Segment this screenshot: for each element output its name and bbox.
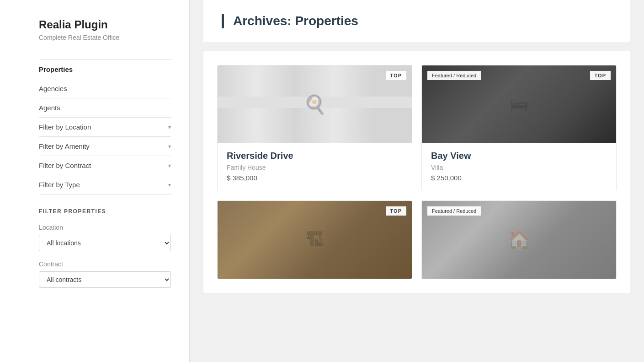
badge-top-0: TOP <box>386 71 406 80</box>
sidebar-nav: PropertiesAgenciesAgentsFilter by Locati… <box>39 59 171 195</box>
contract-select[interactable]: All contractsFor SaleFor RentShort Term <box>39 271 171 288</box>
sidebar-nav-label-6: Filter by Type <box>39 181 80 189</box>
location-select[interactable]: All locationsNew YorkLos AngelesChicagoM… <box>39 235 171 251</box>
property-info-0: Riverside DriveFamily House$ 385,000 <box>218 143 412 191</box>
property-image-3: Featured / Reduced <box>422 201 616 279</box>
property-image-2: TOP <box>218 201 412 279</box>
location-label: Location <box>39 224 171 231</box>
sidebar-nav-item-4[interactable]: Filter by Amenity▾ <box>39 137 171 156</box>
page-header: Archives: Properties <box>203 0 630 42</box>
sidebar-nav-item-1[interactable]: Agencies <box>39 79 171 98</box>
chevron-down-icon: ▾ <box>168 162 171 169</box>
badge-featured-1: Featured / Reduced <box>427 71 481 80</box>
sidebar-nav-item-6[interactable]: Filter by Type▾ <box>39 175 171 195</box>
sidebar-nav-label-4: Filter by Amenity <box>39 142 90 150</box>
properties-container: TOPRiverside DriveFamily House$ 385,000F… <box>203 51 630 293</box>
property-card-2[interactable]: TOP <box>217 200 412 279</box>
sidebar-nav-label-5: Filter by Contract <box>39 162 91 169</box>
header-bar <box>222 14 224 28</box>
sidebar: Realia Plugin Complete Real Estate Offic… <box>0 0 190 362</box>
filter-properties-section: FILTER PROPERTIES Location All locations… <box>39 208 171 297</box>
property-card-1[interactable]: Featured / ReducedTOPBay ViewVilla$ 250,… <box>421 65 617 191</box>
chevron-down-icon: ▾ <box>168 143 171 150</box>
sidebar-nav-item-2[interactable]: Agents <box>39 98 171 118</box>
property-image-0: TOP <box>218 65 412 143</box>
sidebar-nav-label-3: Filter by Location <box>39 123 91 131</box>
contract-label: Contract <box>39 260 171 268</box>
page-title-prefix: Archives: <box>233 14 295 28</box>
page-title-main: Properties <box>295 14 358 28</box>
property-name-0: Riverside Drive <box>227 151 403 161</box>
property-price-0: $ 385,000 <box>227 174 403 182</box>
badge-top-1: TOP <box>590 71 611 80</box>
site-title: Realia Plugin <box>39 18 171 31</box>
badge-top-2: TOP <box>386 206 406 216</box>
chevron-down-icon: ▾ <box>168 182 171 188</box>
badge-featured-3: Featured / Reduced <box>427 206 481 216</box>
property-card-3[interactable]: Featured / Reduced <box>421 200 617 279</box>
sidebar-nav-label-0: Properties <box>39 65 73 73</box>
page-title: Archives: Properties <box>233 14 358 28</box>
property-name-1: Bay View <box>431 151 607 161</box>
filter-section-title: FILTER PROPERTIES <box>39 208 171 215</box>
properties-grid: TOPRiverside DriveFamily House$ 385,000F… <box>217 65 617 279</box>
main-content: Archives: Properties TOPRiverside DriveF… <box>190 0 644 362</box>
property-type-0: Family House <box>227 164 403 171</box>
chevron-down-icon: ▾ <box>168 124 171 130</box>
sidebar-nav-item-0[interactable]: Properties <box>39 60 171 79</box>
property-info-1: Bay ViewVilla$ 250,000 <box>422 143 616 191</box>
sidebar-nav-label-2: Agents <box>39 104 60 112</box>
property-type-1: Villa <box>431 164 607 171</box>
property-price-1: $ 250,000 <box>431 174 607 182</box>
property-card-0[interactable]: TOPRiverside DriveFamily House$ 385,000 <box>217 65 412 191</box>
sidebar-nav-item-5[interactable]: Filter by Contract▾ <box>39 156 171 175</box>
sidebar-nav-item-3[interactable]: Filter by Location▾ <box>39 118 171 137</box>
site-subtitle: Complete Real Estate Office <box>39 34 171 41</box>
sidebar-nav-label-1: Agencies <box>39 85 67 92</box>
property-image-1: Featured / ReducedTOP <box>422 65 616 143</box>
